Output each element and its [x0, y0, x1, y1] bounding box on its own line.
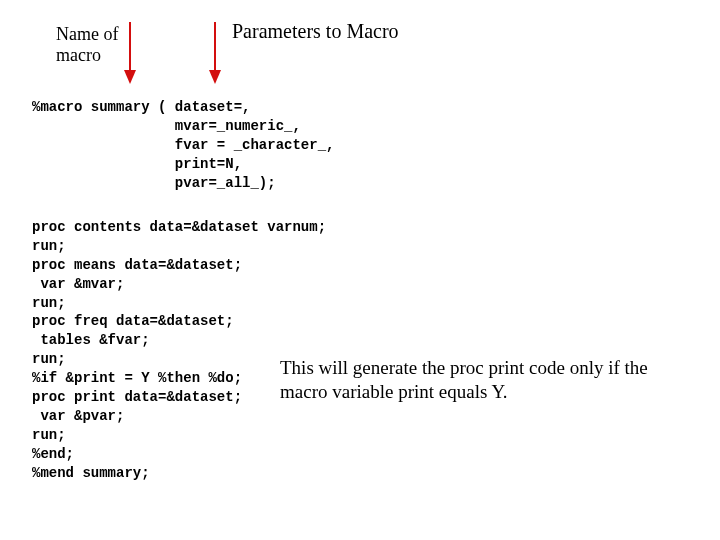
- svg-marker-1: [124, 70, 136, 84]
- arrow-name-to-macro-icon: [120, 22, 140, 84]
- arrow-params-to-dataset-icon: [205, 22, 225, 84]
- annotation-print-condition: This will generate the proc print code o…: [280, 356, 660, 404]
- macro-body-code: proc contents data=&dataset varnum; run;…: [32, 218, 326, 482]
- label-name-of-macro: Name of macro: [56, 24, 118, 65]
- macro-definition-header: %macro summary ( dataset=, mvar=_numeric…: [32, 98, 334, 192]
- svg-marker-3: [209, 70, 221, 84]
- label-parameters-to-macro: Parameters to Macro: [232, 20, 399, 43]
